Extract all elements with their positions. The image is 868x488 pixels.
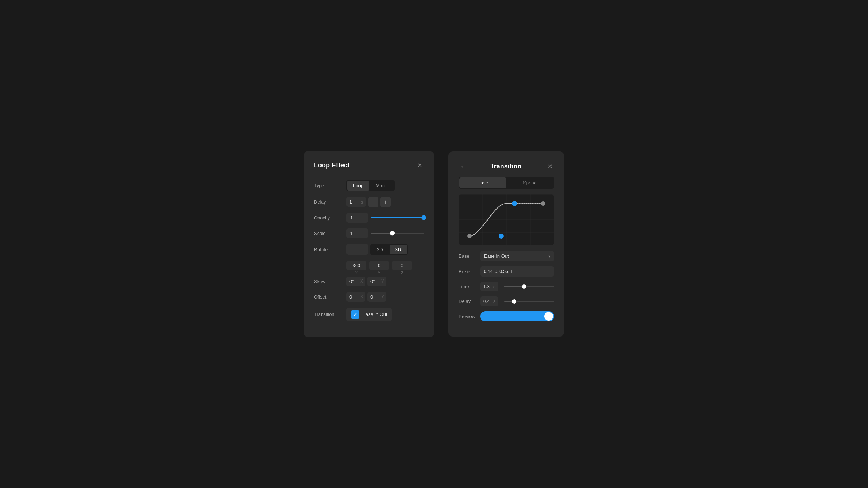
tr-delay-unit: s (493, 299, 498, 304)
skew-x-wrap: X (346, 277, 365, 286)
scale-controls (346, 228, 424, 238)
offset-y-unit: Y (381, 294, 386, 299)
scale-row: Scale (314, 228, 424, 238)
loop-panel-header: Loop Effect ✕ (314, 161, 424, 170)
type-row: Type Loop Mirror (314, 180, 424, 191)
time-slider[interactable] (504, 286, 554, 287)
preview-row: Preview (459, 311, 554, 321)
preview-label: Preview (459, 314, 477, 319)
rotate-z-wrap: Z (392, 261, 412, 275)
type-label: Type (314, 183, 343, 188)
scale-input[interactable] (346, 228, 368, 238)
rotate-toggle-group: 2D 3D (370, 244, 408, 255)
skew-x-unit: X (360, 279, 365, 284)
rotate-2d-button[interactable]: 2D (371, 245, 389, 254)
bezier-canvas[interactable] (459, 194, 554, 245)
rotate-x-label: X (355, 271, 358, 275)
preview-thumb (544, 312, 553, 321)
transition-value: Ease In Out (362, 312, 387, 317)
transition-panel: ‹ Transition ✕ Ease Spring (448, 151, 564, 337)
rotate-controls: 2D 3D (346, 244, 424, 255)
bezier-row: Bezier (459, 266, 554, 277)
rotate-xyz-row: X Y Z (346, 261, 424, 275)
scale-label: Scale (314, 231, 343, 236)
opacity-input[interactable] (346, 213, 368, 223)
rotate-x-wrap: X (346, 261, 366, 275)
transition-close-button[interactable]: ✕ (545, 162, 554, 171)
scale-slider[interactable] (371, 233, 424, 234)
delay-unit: s (361, 200, 366, 205)
offset-y-wrap: Y (367, 292, 386, 302)
ease-curve-icon (353, 312, 358, 317)
delay-slider[interactable] (504, 301, 554, 302)
delay-input[interactable] (346, 197, 361, 207)
transition-button[interactable]: Ease In Out (346, 308, 392, 321)
bezier-curve-svg (459, 194, 554, 245)
time-unit: s (493, 284, 498, 289)
tab-ease[interactable]: Ease (459, 177, 506, 188)
bezier-input[interactable] (480, 266, 554, 277)
type-controls: Loop Mirror (346, 180, 424, 191)
skew-label: Skew (314, 279, 343, 284)
ease-row: Ease Ease In Out ▾ (459, 251, 554, 261)
ease-label: Ease (459, 253, 477, 259)
type-mirror-button[interactable]: Mirror (370, 181, 394, 191)
handle-top[interactable] (512, 201, 517, 206)
chevron-down-icon: ▾ (548, 254, 550, 259)
offset-y-input[interactable] (367, 292, 381, 302)
tr-delay-label: Delay (459, 299, 477, 304)
offset-x-input[interactable] (346, 292, 360, 302)
time-input-wrap: s (480, 282, 498, 291)
delay-increment-button[interactable]: + (380, 197, 391, 207)
transition-controls: Ease In Out (346, 308, 424, 321)
bezier-label: Bezier (459, 269, 477, 274)
rotate-y-input[interactable] (369, 261, 389, 270)
delay-row: Delay s − + (314, 197, 424, 207)
rotate-row: Rotate 2D 3D (314, 244, 424, 255)
offset-x-wrap: X (346, 292, 365, 302)
skew-row: Skew X Y (314, 277, 424, 286)
loop-effect-panel: Loop Effect ✕ Type Loop Mirror Delay s −… (304, 151, 434, 337)
delay-controls: s − + (346, 197, 424, 207)
skew-y-input[interactable] (367, 277, 381, 286)
rotate-3d-button[interactable]: 3D (390, 245, 407, 254)
transition-row: Transition Ease In Out (314, 308, 424, 321)
tr-delay-input[interactable] (480, 296, 493, 306)
opacity-row: Opacity (314, 213, 424, 223)
tr-delay-input-wrap: s (480, 296, 498, 306)
tr-delay-row: Delay s (459, 296, 554, 306)
skew-y-unit: Y (381, 279, 386, 284)
rotate-y-label: Y (378, 271, 380, 275)
anchor-top-right[interactable] (541, 201, 545, 206)
ease-select-value: Ease In Out (484, 253, 509, 259)
delay-label: Delay (314, 199, 343, 205)
rotate-label: Rotate (314, 247, 343, 252)
ease-select[interactable]: Ease In Out ▾ (480, 251, 554, 261)
opacity-label: Opacity (314, 215, 343, 221)
time-row: Time s (459, 282, 554, 291)
delay-input-wrap: s (346, 197, 366, 207)
anchor-bottom-left[interactable] (467, 234, 472, 238)
offset-x-unit: X (360, 294, 365, 299)
handle-bottom[interactable] (499, 234, 504, 239)
type-loop-button[interactable]: Loop (347, 181, 369, 191)
skew-y-wrap: Y (367, 277, 386, 286)
preview-toggle[interactable] (480, 311, 554, 321)
opacity-slider[interactable] (371, 217, 424, 218)
tab-spring[interactable]: Spring (506, 177, 553, 188)
rotate-x-input[interactable] (346, 261, 366, 270)
transition-label: Transition (314, 312, 343, 317)
time-input[interactable] (480, 282, 493, 291)
transition-panel-title: Transition (490, 163, 522, 170)
offset-row: Offset X Y (314, 292, 424, 302)
skew-x-input[interactable] (346, 277, 360, 286)
back-button[interactable]: ‹ (459, 162, 466, 171)
loop-close-button[interactable]: ✕ (415, 161, 424, 170)
transition-panel-header: ‹ Transition ✕ (459, 162, 554, 171)
offset-controls: X Y (346, 292, 424, 302)
transition-icon (351, 310, 359, 319)
rotate-z-input[interactable] (392, 261, 412, 270)
delay-decrement-button[interactable]: − (368, 197, 378, 207)
transition-tab-group: Ease Spring (459, 177, 554, 189)
opacity-controls (346, 213, 424, 223)
